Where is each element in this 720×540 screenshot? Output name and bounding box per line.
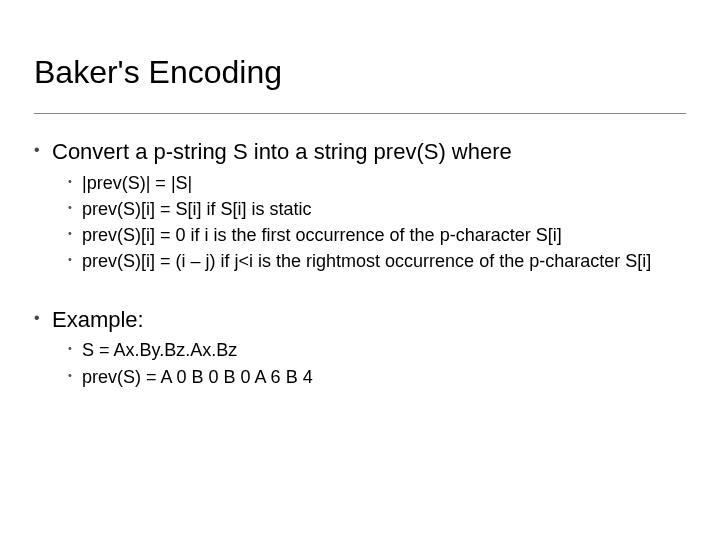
sub-list-item: prev(S)[i] = (i – j) if j<i is the right… [68, 249, 686, 273]
sub-item-text: |prev(S)| = |S| [82, 173, 192, 193]
sub-item-text: prev(S) = A 0 B 0 B 0 A 6 B 4 [82, 367, 313, 387]
sub-item-text: prev(S)[i] = (i – j) if j<i is the right… [82, 251, 651, 271]
list-item-text: Example: [52, 307, 144, 332]
title-divider [34, 113, 686, 114]
sub-list-item: prev(S)[i] = S[i] if S[i] is static [68, 197, 686, 221]
list-item: Example: S = Ax.By.Bz.Ax.Bz prev(S) = A … [34, 306, 686, 389]
slide-title: Baker's Encoding [34, 54, 686, 91]
sub-list: S = Ax.By.Bz.Ax.Bz prev(S) = A 0 B 0 B 0… [68, 338, 686, 389]
sub-list: |prev(S)| = |S| prev(S)[i] = S[i] if S[i… [68, 171, 686, 274]
body-list: Example: S = Ax.By.Bz.Ax.Bz prev(S) = A … [34, 306, 686, 389]
sub-item-text: S = Ax.By.Bz.Ax.Bz [82, 340, 237, 360]
sub-list-item: S = Ax.By.Bz.Ax.Bz [68, 338, 686, 362]
sub-item-text: prev(S)[i] = S[i] if S[i] is static [82, 199, 312, 219]
sub-item-text: prev(S)[i] = 0 if i is the first occurre… [82, 225, 562, 245]
list-item-text: Convert a p-string S into a string prev(… [52, 139, 512, 164]
list-item: Convert a p-string S into a string prev(… [34, 138, 686, 274]
sub-list-item: prev(S) = A 0 B 0 B 0 A 6 B 4 [68, 365, 686, 389]
slide: Baker's Encoding Convert a p-string S in… [0, 0, 720, 540]
sub-list-item: |prev(S)| = |S| [68, 171, 686, 195]
spacer [34, 280, 686, 306]
sub-list-item: prev(S)[i] = 0 if i is the first occurre… [68, 223, 686, 247]
body-list: Convert a p-string S into a string prev(… [34, 138, 686, 274]
